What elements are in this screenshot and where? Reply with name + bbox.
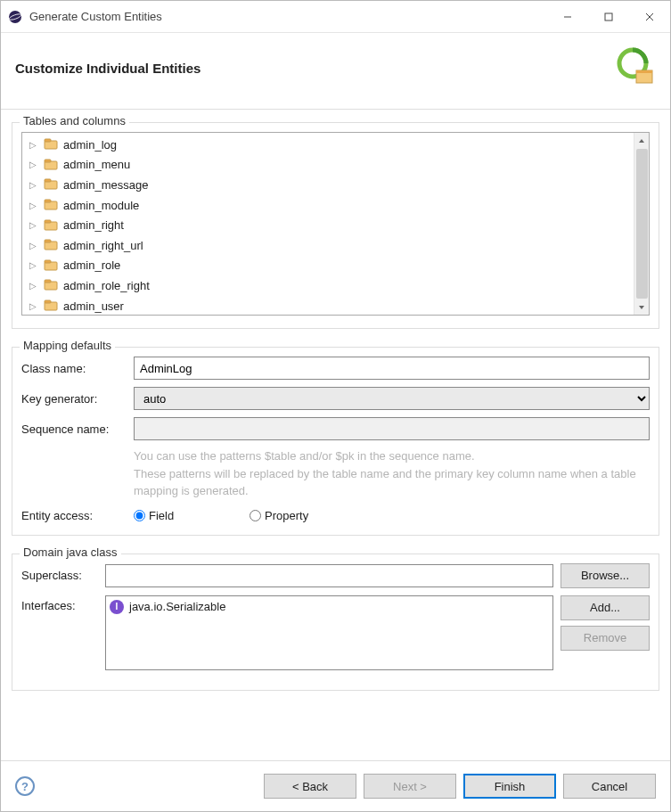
access-property-radio[interactable]: Property [250,509,355,522]
svg-rect-12 [45,160,51,162]
browse-button[interactable]: Browse... [561,563,650,588]
classname-input[interactable] [134,357,650,380]
mapping-group: Mapping defaults Class name: Key generat… [12,347,659,536]
domain-group: Domain java class Superclass: Browse... … [12,554,659,691]
keygen-label: Key generator: [21,392,127,406]
tree-item[interactable]: ▷ admin_role_right [26,275,634,296]
table-icon [44,259,60,272]
svg-rect-22 [45,260,51,263]
access-field-input[interactable] [134,510,145,521]
table-icon [44,219,60,232]
seqname-hint1: You can use the patterns $table and/or $… [134,447,650,465]
svg-rect-26 [45,300,51,303]
table-icon [44,178,60,191]
svg-rect-3 [605,13,612,21]
access-field-radio[interactable]: Field [134,509,239,522]
expand-icon[interactable]: ▷ [29,220,40,230]
cancel-button[interactable]: Cancel [563,774,656,799]
access-property-label: Property [265,509,308,522]
svg-rect-14 [45,179,51,182]
tree-label: admin_log [63,138,117,152]
expand-icon[interactable]: ▷ [29,180,40,190]
finish-button[interactable]: Finish [463,774,556,799]
remove-button: Remove [561,626,650,651]
svg-rect-24 [45,280,51,283]
scroll-down-icon[interactable] [634,299,649,315]
expand-icon[interactable]: ▷ [29,241,40,250]
tree-label: admin_role_right [63,279,150,292]
tree-item[interactable]: ▷ admin_user [26,296,634,315]
tree-item[interactable]: ▷ admin_right [26,215,634,235]
table-icon [44,299,60,312]
interfaces-list[interactable]: I java.io.Serializable [105,595,553,670]
tables-legend: Tables and columns [20,114,129,127]
tables-group: Tables and columns ▷ admin_log ▷ admin_m… [12,122,659,329]
tree-item[interactable]: ▷ admin_message [26,175,634,195]
scroll-up-icon[interactable] [634,133,649,148]
tree-item[interactable]: ▷ admin_right_url [26,235,634,256]
expand-icon[interactable]: ▷ [29,260,40,270]
tree-label: admin_menu [63,158,130,171]
interface-icon: I [110,600,124,614]
table-icon [44,239,60,251]
mapping-legend: Mapping defaults [20,339,115,352]
tree-label: admin_message [63,178,148,192]
svg-rect-8 [636,70,652,73]
svg-rect-18 [45,220,51,223]
expand-icon[interactable]: ▷ [29,140,40,150]
maximize-button[interactable] [588,1,629,33]
tree-item[interactable]: ▷ admin_log [26,135,634,155]
tree-label: admin_right [63,218,124,232]
expand-icon[interactable]: ▷ [29,201,40,210]
minimize-button[interactable] [547,1,588,33]
titlebar: Generate Custom Entities [1,1,670,33]
scroll-thumb[interactable] [636,149,648,299]
superclass-label: Superclass: [21,569,98,582]
window-title: Generate Custom Entities [29,10,162,23]
tree-container: ▷ admin_log ▷ admin_menu ▷ admin_message [21,132,650,316]
wizard-banner: Customize Individual Entities [1,33,670,110]
tree-item[interactable]: ▷ admin_menu [26,155,634,176]
button-bar: ? < Back Next > Finish Cancel [1,760,670,811]
tree[interactable]: ▷ admin_log ▷ admin_menu ▷ admin_message [22,133,634,315]
table-icon [44,138,60,151]
keygen-select[interactable]: auto [134,387,650,410]
superclass-input[interactable] [105,564,553,587]
tree-item[interactable]: ▷ admin_role [26,256,634,276]
tree-label: admin_user [63,299,124,313]
seqname-input [134,417,650,440]
help-icon[interactable]: ? [15,776,35,796]
expand-icon[interactable]: ▷ [29,281,40,291]
access-field-label: Field [149,509,174,522]
banner-heading: Customize Individual Entities [15,61,200,76]
tree-label: admin_right_url [63,239,143,252]
domain-legend: Domain java class [20,545,121,559]
interface-name: java.io.Serializable [129,600,225,613]
banner-icon [613,45,656,91]
access-label: Entity access: [21,509,127,522]
add-button[interactable]: Add... [561,595,650,620]
close-button[interactable] [629,1,670,33]
eclipse-icon [8,10,22,24]
access-property-input[interactable] [250,510,261,521]
table-icon [44,199,60,211]
seqname-hint2: These patterns will be replaced by the t… [134,465,650,500]
tree-label: admin_role [63,258,120,272]
svg-rect-10 [45,139,51,142]
svg-rect-20 [45,240,51,242]
back-button[interactable]: < Back [264,774,356,799]
seqname-label: Sequence name: [21,422,127,436]
expand-icon[interactable]: ▷ [29,301,40,311]
table-icon [44,279,60,291]
tree-item[interactable]: ▷ admin_module [26,195,634,216]
tree-label: admin_module [63,199,139,212]
tree-scrollbar[interactable] [634,133,649,315]
svg-rect-16 [45,200,51,202]
interface-item[interactable]: I java.io.Serializable [110,600,549,614]
table-icon [44,159,60,171]
interfaces-label: Interfaces: [21,595,98,612]
next-button: Next > [364,774,456,799]
classname-label: Class name: [21,362,127,375]
expand-icon[interactable]: ▷ [29,160,40,169]
